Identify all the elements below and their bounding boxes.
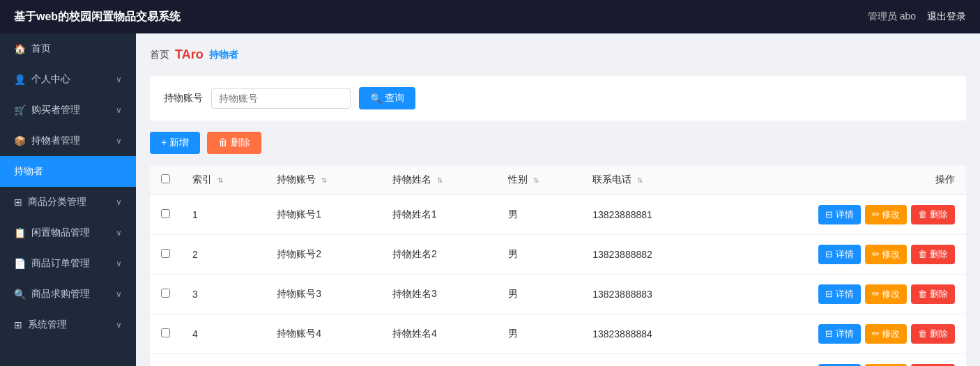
edit-button[interactable]: ✏ 修改 [865, 205, 908, 224]
table-row: 5 持物账号5 持物姓名5 男 13823888885 ⊟ 详情 ✏ 修改 🗑 … [150, 354, 966, 367]
sidebar-item-goods-category[interactable]: ⊞ 商品分类管理 ∨ [0, 187, 136, 218]
row-checkbox[interactable] [161, 328, 170, 337]
edit-button[interactable]: ✏ 修改 [865, 324, 908, 344]
action-bar: + 新增 🗑 删除 [150, 132, 966, 154]
row-name: 持物姓名4 [381, 314, 497, 354]
detail-button[interactable]: ⊟ 详情 [818, 205, 861, 224]
buyer-icon: 🛒 [14, 105, 26, 116]
topbar: 基于web的校园闲置物品交易系统 管理员 abo 退出登录 [0, 0, 980, 33]
topbar-right: 管理员 abo 退出登录 [868, 10, 966, 23]
row-checkbox-cell [150, 235, 181, 275]
app-title: 基于web的校园闲置物品交易系统 [14, 10, 181, 24]
row-account: 持物账号1 [266, 195, 381, 235]
detail-button[interactable]: ⊟ 详情 [818, 284, 861, 304]
col-gender: 性别 ⇅ [497, 165, 581, 195]
row-checkbox-cell [150, 314, 181, 354]
row-account: 持物账号4 [266, 314, 381, 354]
row-phone: 13823888882 [581, 235, 712, 275]
col-account: 持物账号 ⇅ [266, 165, 381, 195]
table-body: 1 持物账号1 持物姓名1 男 13823888881 ⊟ 详情 ✏ 修改 🗑 … [150, 195, 966, 367]
holder-mgmt-icon: 📦 [14, 135, 26, 146]
row-actions-cell: ⊟ 详情 ✏ 修改 🗑 删除 [712, 354, 966, 367]
table-row: 2 持物账号2 持物姓名2 男 13823888882 ⊟ 详情 ✏ 修改 🗑 … [150, 235, 966, 275]
settings-icon: ⊞ [14, 319, 22, 330]
row-checkbox[interactable] [161, 209, 170, 218]
table-row: 4 持物账号4 持物姓名4 男 13823888884 ⊟ 详情 ✏ 修改 🗑 … [150, 314, 966, 354]
select-all-col [150, 165, 181, 195]
sidebar-item-order-mgmt[interactable]: 📄 商品订单管理 ∨ [0, 248, 136, 279]
sidebar-item-idle-goods[interactable]: 📋 闲置物品管理 ∨ [0, 218, 136, 248]
breadcrumb-home[interactable]: 首页 [150, 49, 169, 61]
detail-button[interactable]: ⊟ 详情 [818, 324, 861, 344]
breadcrumb-current: 持物者 [209, 49, 238, 61]
sidebar-item-home[interactable]: 🏠 首页 [0, 33, 136, 64]
chevron-down-icon: ∨ [116, 228, 122, 238]
row-gender: 男 [497, 354, 581, 367]
chevron-down-icon: ∨ [116, 75, 122, 84]
search-icon: 🔍 [14, 289, 26, 300]
sidebar-item-label: 个人中心 [31, 73, 110, 86]
row-actions-cell: ⊟ 详情 ✏ 修改 🗑 删除 [712, 314, 966, 354]
sort-arrows-name[interactable]: ⇅ [437, 176, 443, 184]
grid-icon: ⊞ [14, 197, 22, 208]
search-button-label: 查询 [385, 92, 404, 105]
row-gender: 男 [497, 275, 581, 314]
sidebar-item-label: 商品订单管理 [31, 257, 110, 270]
row-phone: 13823888883 [581, 275, 712, 314]
chevron-down-icon: ∨ [116, 105, 122, 115]
sidebar-item-label: 持物者管理 [31, 135, 110, 147]
row-checkbox-cell [150, 275, 181, 314]
col-index: 索引 ⇅ [181, 165, 266, 195]
row-checkbox[interactable] [161, 249, 170, 258]
add-button[interactable]: + 新增 [150, 132, 200, 154]
row-phone: 13823888884 [581, 314, 712, 354]
chevron-down-icon: ∨ [116, 197, 122, 207]
user-label: 管理员 abo [868, 10, 916, 23]
search-icon: 🔍 [370, 93, 382, 104]
edit-button[interactable]: ✏ 修改 [865, 284, 908, 304]
search-button[interactable]: 🔍 查询 [359, 87, 415, 109]
row-index: 2 [181, 235, 266, 275]
sidebar-item-label: 闲置物品管理 [31, 227, 110, 239]
main-content: 首页 TAro 持物者 持物账号 🔍 查询 + 新增 🗑 删除 [136, 33, 980, 366]
sidebar-item-label: 系统管理 [28, 319, 110, 331]
chevron-down-icon: ∨ [116, 289, 122, 299]
sort-arrows-phone[interactable]: ⇅ [637, 176, 643, 184]
order-icon: 📄 [14, 258, 26, 269]
select-all-checkbox[interactable] [161, 174, 170, 183]
row-checkbox[interactable] [161, 289, 170, 298]
breadcrumb: 首页 TAro 持物者 [150, 47, 966, 62]
sidebar-item-label: 持物者 [14, 165, 122, 178]
search-label: 持物账号 [164, 92, 203, 105]
row-gender: 男 [497, 195, 581, 235]
row-delete-button[interactable]: 🗑 删除 [911, 284, 955, 304]
row-phone: 13823888881 [581, 195, 712, 235]
row-delete-button[interactable]: 🗑 删除 [911, 324, 955, 344]
table-row: 1 持物账号1 持物姓名1 男 13823888881 ⊟ 详情 ✏ 修改 🗑 … [150, 195, 966, 235]
sidebar-item-sys-mgmt[interactable]: ⊞ 系统管理 ∨ [0, 310, 136, 340]
row-name: 持物姓名3 [381, 275, 497, 314]
row-delete-button[interactable]: 🗑 删除 [911, 205, 955, 224]
row-delete-button[interactable]: 🗑 删除 [911, 245, 955, 264]
sidebar-item-holder-mgmt[interactable]: 📦 持物者管理 ∨ [0, 125, 136, 156]
taro-icon: TAro [175, 47, 204, 62]
sidebar-item-holder[interactable]: 持物者 [0, 156, 136, 187]
row-checkbox-cell [150, 354, 181, 367]
sort-arrows-gender[interactable]: ⇅ [533, 176, 539, 184]
sort-arrows-account[interactable]: ⇅ [321, 176, 327, 184]
logout-link[interactable]: 退出登录 [927, 10, 966, 23]
search-input[interactable] [211, 88, 351, 109]
batch-delete-button[interactable]: 🗑 删除 [207, 132, 261, 154]
detail-button[interactable]: ⊟ 详情 [818, 245, 861, 264]
row-index: 3 [181, 275, 266, 314]
sort-arrows-index[interactable]: ⇅ [217, 176, 223, 184]
sidebar-item-buyer-mgmt[interactable]: 🛒 购买者管理 ∨ [0, 95, 136, 125]
sidebar-item-purchase-mgmt[interactable]: 🔍 商品求购管理 ∨ [0, 279, 136, 310]
row-index: 4 [181, 314, 266, 354]
row-index: 1 [181, 195, 266, 235]
row-name: 持物姓名1 [381, 195, 497, 235]
row-actions-cell: ⊟ 详情 ✏ 修改 🗑 删除 [712, 235, 966, 275]
sidebar-item-profile[interactable]: 👤 个人中心 ∨ [0, 64, 136, 95]
edit-button[interactable]: ✏ 修改 [865, 245, 908, 264]
table-header-row: 索引 ⇅ 持物账号 ⇅ 持物姓名 ⇅ 性别 ⇅ [150, 165, 966, 195]
